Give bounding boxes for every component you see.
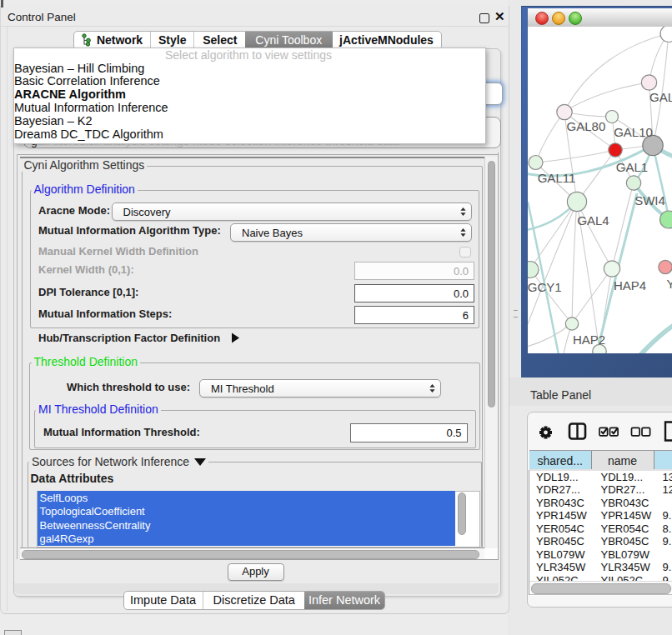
svg-text:GAL10: GAL10	[614, 125, 653, 139]
svg-text:HAP2: HAP2	[573, 332, 605, 347]
svg-text:GAL80: GAL80	[567, 118, 606, 132]
svg-text:GAL4: GAL4	[577, 213, 609, 228]
svg-text:GAL11: GAL11	[538, 171, 576, 185]
svg-text:HAP4: HAP4	[614, 278, 646, 292]
svg-text:GAL1: GAL1	[616, 160, 648, 174]
svg-text:SWI4: SWI4	[634, 193, 665, 208]
svg-text:Y: Y	[667, 277, 672, 291]
svg-text:GCY1: GCY1	[528, 280, 562, 294]
svg-text:GAL7: GAL7	[649, 90, 672, 104]
